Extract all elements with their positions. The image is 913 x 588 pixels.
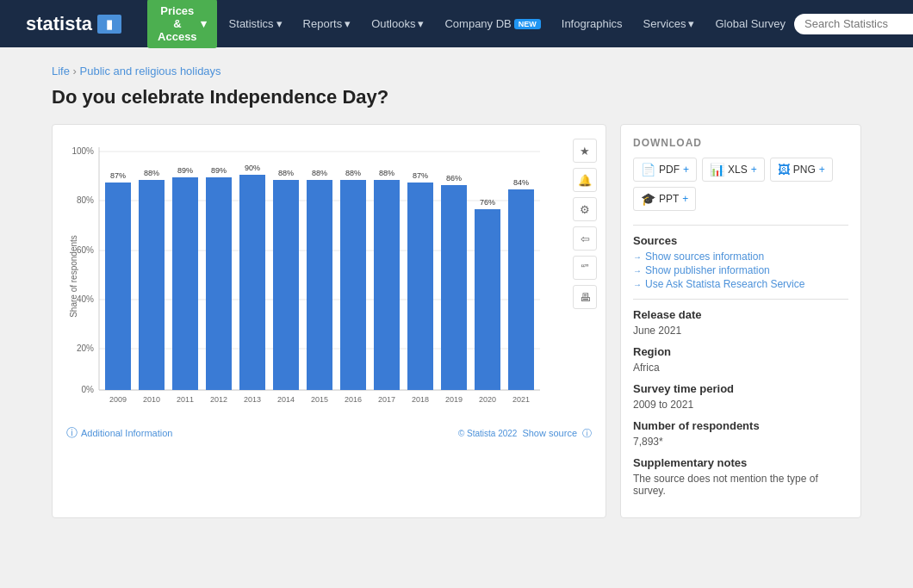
release-date-label: Release date: [633, 308, 848, 321]
breadcrumb: Life › Public and religious holidays: [52, 65, 861, 77]
svg-text:Share of respondents: Share of respondents: [69, 235, 78, 318]
svg-text:80%: 80%: [77, 195, 94, 205]
svg-text:2015: 2015: [311, 395, 328, 404]
nav-infographics[interactable]: Infographics: [553, 12, 631, 35]
respondents-label: Number of respondents: [633, 419, 848, 432]
additional-info[interactable]: ⓘ Additional Information: [66, 425, 172, 441]
release-date-section: Release date June 2021: [633, 308, 848, 337]
chevron-down-icon: ▾: [418, 17, 424, 30]
logo-text: statista: [26, 13, 92, 35]
chevron-down-icon: ▾: [276, 17, 283, 30]
bar-2010: [139, 180, 165, 390]
survey-period-value: 2009 to 2021: [633, 399, 848, 411]
arrow-icon: →: [633, 252, 642, 262]
divider-2: [633, 299, 848, 300]
ask-statista-link[interactable]: → Use Ask Statista Research Service: [633, 278, 848, 290]
svg-text:20%: 20%: [77, 344, 94, 353]
png-plus-icon: +: [819, 164, 825, 176]
show-sources-link[interactable]: → Show sources information: [633, 251, 848, 263]
bar-2017: [374, 180, 400, 390]
new-badge: NEW: [514, 19, 541, 29]
logo-icon: ▮: [97, 15, 121, 34]
pdf-icon: 📄: [641, 163, 655, 176]
nav-reports[interactable]: Reports ▾: [295, 12, 360, 35]
svg-text:88%: 88%: [379, 169, 394, 177]
download-buttons: 📄 PDF + 📊 XLS + 🖼 PNG +: [633, 158, 848, 211]
search-input[interactable]: [804, 17, 913, 30]
chart-card: ★ 🔔 ⚙ ⇦ “” 🖶 100% 80% 60% 40% 20% 0%: [52, 124, 606, 518]
xls-plus-icon: +: [751, 164, 757, 176]
region-section: Region Africa: [633, 345, 848, 374]
supplementary-label: Supplementary notes: [633, 456, 848, 469]
share-button[interactable]: ⇦: [573, 226, 597, 251]
svg-text:2018: 2018: [412, 395, 429, 404]
svg-text:86%: 86%: [446, 174, 462, 183]
main-content: Life › Public and religious holidays Do …: [26, 47, 887, 535]
download-section: DOWNLOAD 📄 PDF + 📊 XLS +: [633, 137, 848, 211]
quote-button[interactable]: “”: [573, 256, 597, 280]
download-title: DOWNLOAD: [633, 137, 848, 149]
svg-text:88%: 88%: [278, 169, 294, 177]
nav-companydb[interactable]: Company DB NEW: [436, 12, 549, 35]
survey-period-section: Survey time period 2009 to 2021: [633, 382, 848, 411]
svg-text:2011: 2011: [177, 395, 194, 404]
supplementary-value: The source does not mention the type of …: [633, 473, 848, 497]
alert-button[interactable]: 🔔: [573, 168, 597, 192]
content-row: ★ 🔔 ⚙ ⇦ “” 🖶 100% 80% 60% 40% 20% 0%: [52, 124, 861, 518]
release-date-value: June 2021: [633, 325, 848, 337]
bar-2015: [307, 180, 332, 390]
xls-icon: 📊: [710, 163, 724, 176]
bar-2019: [441, 185, 467, 390]
breadcrumb-child[interactable]: Public and religious holidays: [80, 65, 221, 77]
svg-text:2017: 2017: [378, 395, 395, 404]
svg-text:90%: 90%: [245, 164, 260, 172]
pdf-label: PDF: [659, 164, 680, 176]
ppt-label: PPT: [659, 193, 679, 205]
settings-button[interactable]: ⚙: [573, 197, 597, 221]
svg-text:88%: 88%: [345, 169, 361, 177]
show-source-link[interactable]: Show source: [522, 428, 577, 438]
svg-text:88%: 88%: [312, 169, 327, 177]
bar-2020: [475, 209, 500, 390]
bar-2014: [273, 180, 299, 390]
nav-right: 🔍 ✉ ⚪ Login: [794, 14, 913, 34]
nav-outlooks[interactable]: Outlooks ▾: [363, 12, 432, 35]
ppt-icon: 🎓: [641, 192, 655, 206]
additional-info-link[interactable]: Additional Information: [81, 428, 172, 438]
logo[interactable]: statista ▮: [26, 13, 121, 35]
download-ppt-button[interactable]: 🎓 PPT +: [633, 187, 696, 211]
svg-text:60%: 60%: [77, 245, 94, 255]
chevron-down-icon: ▾: [345, 17, 351, 30]
download-png-button[interactable]: 🖼 PNG +: [770, 158, 833, 182]
chart-wrapper: 100% 80% 60% 40% 20% 0% Share of respond…: [66, 139, 592, 417]
nav-global-survey[interactable]: Global Survey: [706, 12, 794, 35]
bar-chart: 100% 80% 60% 40% 20% 0% Share of respond…: [66, 139, 566, 414]
svg-text:2021: 2021: [512, 395, 530, 404]
svg-text:87%: 87%: [413, 171, 428, 180]
nav-statistics[interactable]: Statistics ▾: [220, 12, 291, 35]
bar-2009: [105, 183, 131, 390]
chevron-down-icon: ▾: [201, 17, 207, 30]
download-xls-button[interactable]: 📊 XLS +: [702, 158, 765, 182]
svg-text:84%: 84%: [513, 178, 529, 187]
svg-text:2020: 2020: [479, 395, 496, 404]
pdf-plus-icon: +: [683, 164, 689, 176]
prices-access-button[interactable]: Prices & Access ▾: [147, 0, 217, 48]
svg-text:76%: 76%: [480, 198, 495, 207]
chart-footer-right: © Statista 2022 Show source ⓘ: [458, 427, 592, 440]
svg-text:2013: 2013: [244, 395, 261, 404]
favorite-button[interactable]: ★: [573, 139, 597, 163]
png-icon: 🖼: [778, 163, 790, 176]
bar-2012: [206, 177, 232, 390]
download-pdf-button[interactable]: 📄 PDF +: [633, 158, 697, 182]
bar-2018: [407, 183, 433, 390]
svg-text:87%: 87%: [110, 171, 126, 180]
divider: [633, 225, 848, 226]
nav-services[interactable]: Services ▾: [635, 12, 704, 35]
print-button[interactable]: 🖶: [573, 285, 597, 309]
show-publisher-link[interactable]: → Show publisher information: [633, 264, 848, 276]
nav-links: Prices & Access ▾ Statistics ▾ Reports ▾…: [147, 0, 794, 48]
search-box[interactable]: 🔍: [794, 14, 913, 34]
breadcrumb-root[interactable]: Life: [52, 65, 70, 77]
svg-text:40%: 40%: [77, 294, 94, 304]
